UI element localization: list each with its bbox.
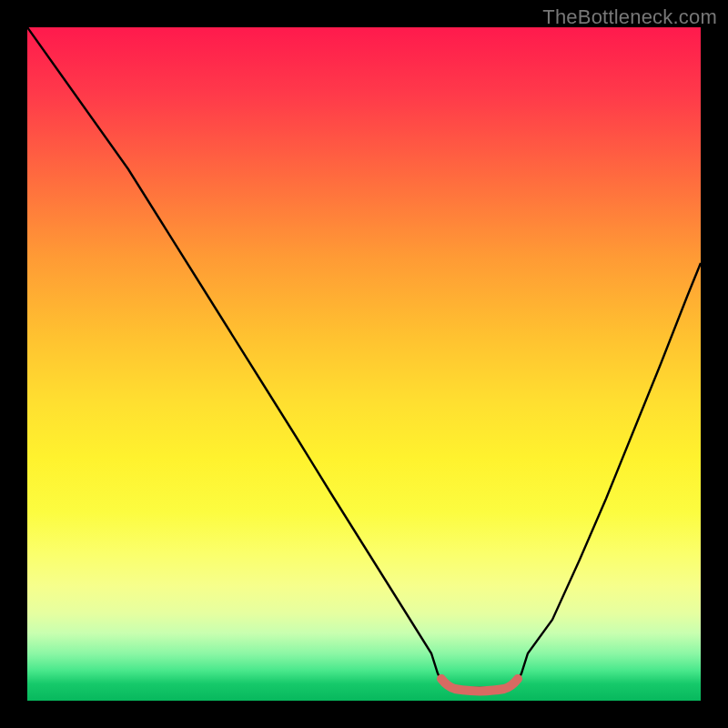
chart-svg bbox=[27, 27, 701, 701]
chart-frame: TheBottleneck.com bbox=[0, 0, 728, 728]
bottleneck-curve-path bbox=[27, 27, 701, 688]
optimal-range-highlight bbox=[441, 679, 518, 692]
plot-area bbox=[27, 27, 701, 701]
watermark-text: TheBottleneck.com bbox=[542, 5, 717, 29]
